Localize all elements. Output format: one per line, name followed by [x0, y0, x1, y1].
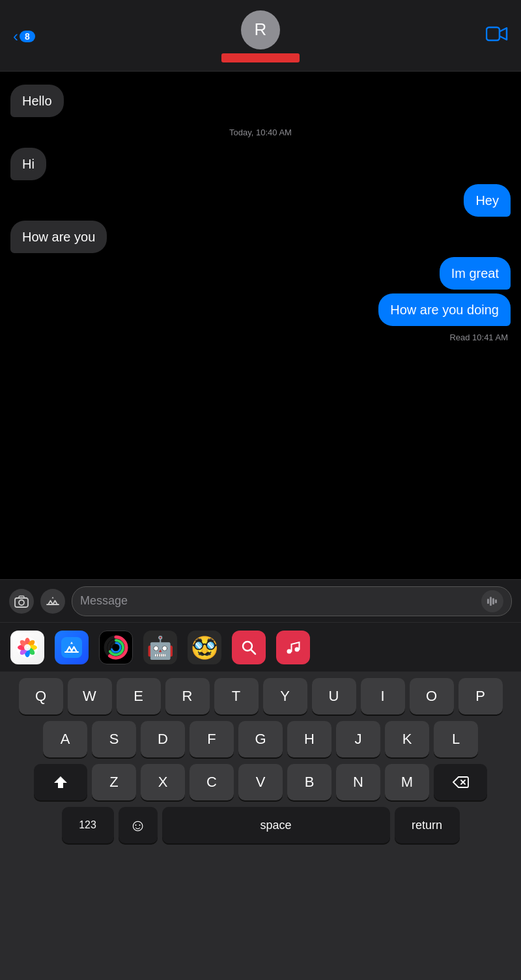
keyboard: Q W E R T Y U I O P A S D F G H J K L Z … [0, 672, 521, 980]
svg-rect-30 [283, 637, 303, 658]
keyboard-row-1: Q W E R T Y U I O P [3, 678, 518, 715]
key-F[interactable]: F [190, 721, 234, 757]
key-R[interactable]: R [165, 678, 210, 715]
keyboard-row-2: A S D F G H J K L [3, 721, 518, 757]
svg-point-31 [287, 649, 292, 653]
key-K[interactable]: K [385, 721, 429, 757]
audio-input-button[interactable] [481, 590, 503, 612]
read-status: Read 10:41 AM [10, 333, 511, 342]
svg-point-32 [295, 647, 300, 651]
key-B[interactable]: B [287, 764, 331, 800]
back-chevron-icon: ‹ [13, 29, 18, 44]
camera-button[interactable] [9, 589, 34, 614]
message-input-area: Message [0, 579, 521, 622]
messages-area: Hello Today, 10:40 AM Hi Hey How are you… [0, 72, 521, 579]
numbers-key[interactable]: 123 [62, 807, 114, 843]
message-placeholder: Message [80, 594, 481, 608]
keyboard-bottom-row: 123 ☺ space return [3, 807, 518, 843]
contact-name-bar [221, 53, 300, 62]
message-bubble-sent: Hey [464, 184, 511, 217]
delete-key[interactable] [434, 764, 487, 800]
key-E[interactable]: E [117, 678, 161, 715]
key-L[interactable]: L [434, 721, 478, 757]
app-icons-row: 🤖 🥸 [0, 622, 521, 672]
emoji-key[interactable]: ☺ [119, 807, 158, 843]
key-Z[interactable]: Z [92, 764, 136, 800]
memoji2-app-icon[interactable]: 🥸 [188, 631, 221, 664]
svg-rect-5 [487, 599, 489, 604]
key-V[interactable]: V [238, 764, 283, 800]
video-call-button[interactable] [486, 25, 508, 48]
svg-rect-7 [492, 598, 494, 605]
key-Q[interactable]: Q [19, 678, 63, 715]
key-J[interactable]: J [336, 721, 380, 757]
photos-app-icon[interactable] [10, 631, 44, 664]
key-G[interactable]: G [238, 721, 283, 757]
avatar[interactable]: R [241, 10, 280, 49]
fitness-app-icon[interactable] [99, 631, 133, 664]
key-Y[interactable]: Y [263, 678, 307, 715]
key-A[interactable]: A [43, 721, 87, 757]
svg-rect-3 [19, 596, 24, 598]
key-S[interactable]: S [92, 721, 136, 757]
key-D[interactable]: D [141, 721, 185, 757]
key-N[interactable]: N [336, 764, 380, 800]
key-P[interactable]: P [458, 678, 503, 715]
key-U[interactable]: U [312, 678, 356, 715]
key-M[interactable]: M [385, 764, 429, 800]
back-badge-count: 8 [20, 31, 35, 42]
svg-rect-0 [486, 27, 500, 40]
key-H[interactable]: H [287, 721, 331, 757]
svg-rect-8 [495, 599, 497, 603]
key-C[interactable]: C [190, 764, 234, 800]
key-I[interactable]: I [361, 678, 405, 715]
message-bubble-sent: How are you doing [378, 293, 511, 326]
key-X[interactable]: X [141, 764, 185, 800]
header: ‹ 8 R [0, 0, 521, 72]
svg-rect-27 [238, 637, 259, 658]
key-W[interactable]: W [68, 678, 112, 715]
contact-info: R [221, 10, 300, 62]
shift-key[interactable] [34, 764, 87, 800]
svg-point-2 [19, 600, 24, 605]
svg-rect-6 [490, 597, 492, 606]
svg-rect-1 [15, 598, 28, 607]
time-divider: Today, 10:40 AM [10, 128, 511, 137]
app-store-button[interactable] [40, 589, 65, 614]
return-key[interactable]: return [395, 807, 460, 843]
memoji1-app-icon[interactable]: 🤖 [143, 631, 177, 664]
svg-point-18 [24, 644, 31, 651]
message-input-wrap[interactable]: Message [72, 586, 512, 616]
key-T[interactable]: T [214, 678, 259, 715]
appstore-app-icon[interactable] [55, 631, 89, 664]
keyboard-row-3: Z X C V B N M [3, 764, 518, 800]
message-bubble-received: Hello [10, 85, 64, 117]
music-app-icon[interactable] [276, 631, 310, 664]
message-bubble-received: How are you [10, 221, 107, 253]
svg-rect-19 [61, 637, 82, 658]
message-bubble-sent: Im great [440, 257, 511, 290]
back-button[interactable]: ‹ 8 [13, 29, 35, 44]
message-bubble-received: Hi [10, 148, 46, 180]
key-O[interactable]: O [410, 678, 454, 715]
search-app-icon[interactable] [232, 631, 266, 664]
space-key[interactable]: space [162, 807, 390, 843]
